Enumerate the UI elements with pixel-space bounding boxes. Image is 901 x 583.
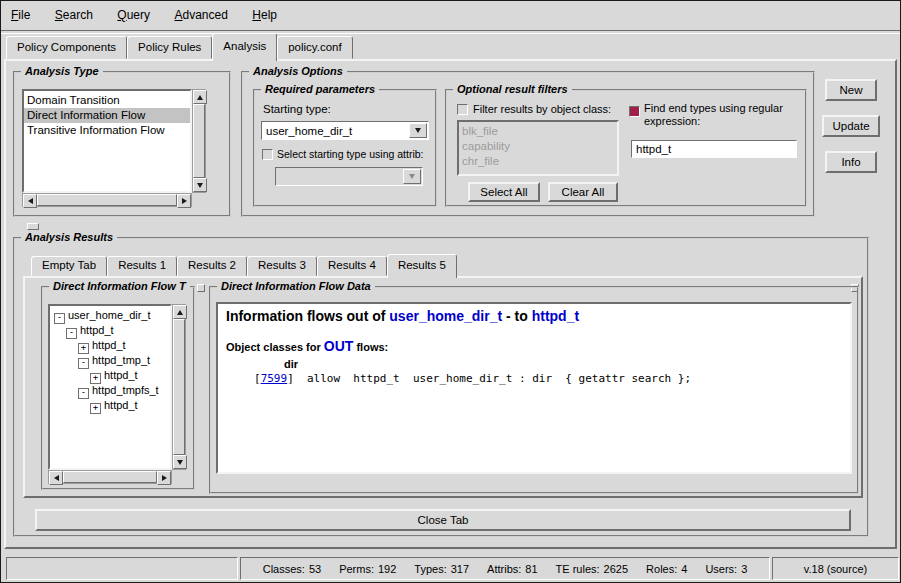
select-all-button[interactable]: Select All [468, 182, 540, 202]
update-button[interactable]: Update [822, 115, 880, 137]
status-cell-stats: Classes:53 Perms:192 Types:317 Attribs:8… [240, 557, 770, 580]
tree-node-label[interactable]: httpd_t [104, 399, 138, 411]
flow-direction: OUT [324, 338, 354, 354]
tree-node-label[interactable]: httpd_tmpfs_t [92, 384, 159, 396]
starting-type-input[interactable] [264, 124, 412, 137]
object-classes-line: Object classes for OUT flows: [226, 338, 842, 354]
scroll-left-button[interactable] [23, 194, 37, 208]
menu-item-query[interactable]: Query [107, 1, 160, 30]
listbox-item-transitive-information-flow[interactable]: Transitive Information Flow [24, 123, 190, 138]
tree-vertical-scrollbar[interactable] [172, 304, 186, 470]
analysis-type-horizontal-scrollbar[interactable] [22, 193, 192, 207]
starting-type-label: Starting type: [263, 103, 331, 115]
filter-object-class-checkbox[interactable] [457, 104, 468, 115]
analysis-type-listbox[interactable]: Domain Transition Direct Information Flo… [22, 89, 192, 193]
attrib-input [278, 170, 406, 183]
scroll-up-button[interactable] [193, 90, 207, 104]
rule-number-link[interactable]: 7599 [261, 372, 288, 385]
tree-node[interactable]: +httpd_t [52, 338, 168, 353]
menu-item-search[interactable]: Search [45, 1, 103, 30]
tree-expander-icon[interactable]: - [66, 328, 77, 339]
tree-expander-icon[interactable]: - [78, 358, 89, 369]
regex-checkbox-label-line2: expression: [644, 115, 700, 127]
flow-tree[interactable]: -user_home_dir_t -httpd_t +httpd_t -http… [48, 304, 172, 470]
required-parameters-title: Required parameters [261, 83, 379, 95]
tab-policy-components[interactable]: Policy Components [6, 36, 127, 59]
scroll-up-button[interactable] [173, 305, 187, 319]
listbox-item-domain-transition[interactable]: Domain Transition [24, 93, 190, 108]
sash-handle[interactable] [27, 223, 39, 230]
regex-input[interactable] [634, 142, 794, 156]
stat-classes: Classes:53 [263, 563, 321, 575]
left-arrow-icon [28, 198, 33, 204]
info-button[interactable]: Info [825, 151, 877, 173]
analysis-results-title: Analysis Results [21, 231, 117, 243]
right-arrow-icon [162, 475, 167, 481]
starting-type-combobox[interactable] [261, 121, 429, 140]
chevron-down-icon [409, 174, 415, 179]
scroll-down-button[interactable] [173, 455, 187, 469]
tab-policy-conf[interactable]: policy.conf [277, 36, 352, 59]
tree-node-label[interactable]: user_home_dir_t [68, 309, 151, 321]
tree-node[interactable]: -httpd_tmpfs_t [52, 383, 168, 398]
analysis-type-group: Analysis Type Domain Transition Direct I… [13, 71, 231, 217]
attrib-checkbox[interactable] [262, 149, 273, 160]
analysis-type-title: Analysis Type [21, 65, 103, 77]
flow-summary-line: Information flows out of user_home_dir_t… [226, 308, 842, 324]
combobox-arrow-button [403, 169, 421, 184]
tab-results-2[interactable]: Results 2 [177, 256, 247, 276]
scroll-down-button[interactable] [193, 178, 207, 192]
menu-item-help[interactable]: Help [242, 1, 287, 30]
combobox-arrow-button[interactable] [409, 123, 427, 138]
tab-analysis[interactable]: Analysis [212, 33, 277, 61]
tree-node-label[interactable]: httpd_t [104, 369, 138, 381]
tree-node[interactable]: +httpd_t [52, 398, 168, 413]
flow-data-textarea[interactable]: Information flows out of user_home_dir_t… [216, 302, 852, 474]
regex-entry[interactable] [631, 140, 797, 158]
tree-expander-icon[interactable]: - [54, 313, 65, 324]
down-arrow-icon [197, 183, 203, 188]
analysis-type-vertical-scrollbar[interactable] [192, 89, 206, 193]
scrollbar-thumb[interactable] [37, 194, 177, 206]
tab-results-1[interactable]: Results 1 [107, 256, 177, 276]
stat-attribs: Attribs:81 [487, 563, 537, 575]
tree-node[interactable]: -httpd_tmp_t [52, 353, 168, 368]
scroll-left-button[interactable] [49, 471, 63, 485]
down-arrow-icon [177, 460, 183, 465]
analysis-options-title: Analysis Options [249, 65, 347, 77]
tree-node-label[interactable]: httpd_t [80, 324, 114, 336]
tab-results-4[interactable]: Results 4 [317, 256, 387, 276]
tab-policy-rules[interactable]: Policy Rules [127, 36, 212, 59]
clear-all-button[interactable]: Clear All [548, 182, 618, 202]
tree-node-label[interactable]: httpd_t [92, 339, 126, 351]
scrollbar-thumb[interactable] [173, 319, 185, 455]
tree-horizontal-scrollbar[interactable] [48, 470, 172, 484]
up-arrow-icon [197, 95, 203, 100]
scroll-right-button[interactable] [157, 471, 171, 485]
tab-empty-tab[interactable]: Empty Tab [31, 256, 107, 276]
tree-node[interactable]: -user_home_dir_t [52, 308, 168, 323]
up-arrow-icon [177, 310, 183, 315]
menu-item-advanced[interactable]: Advanced [164, 1, 237, 30]
sash-handle[interactable] [197, 284, 205, 292]
menu-item-file[interactable]: File [1, 1, 40, 30]
scrollbar-thumb[interactable] [193, 104, 205, 178]
scrollbar-thumb[interactable] [63, 471, 157, 483]
tree-node[interactable]: -httpd_t [52, 323, 168, 338]
tab-results-5[interactable]: Results 5 [387, 254, 457, 278]
object-class-item: chr_file [459, 154, 617, 169]
optional-result-filters-group: Optional result filters Filter results b… [445, 89, 807, 207]
tree-node[interactable]: +httpd_t [52, 368, 168, 383]
tree-expander-icon[interactable]: - [78, 388, 89, 399]
tab-results-3[interactable]: Results 3 [247, 256, 317, 276]
listbox-item-direct-information-flow[interactable]: Direct Information Flow [24, 108, 190, 123]
tree-expander-icon[interactable]: + [90, 403, 101, 414]
stat-roles: Roles:4 [646, 563, 687, 575]
tree-node-label[interactable]: httpd_tmp_t [92, 354, 150, 366]
attrib-combobox-disabled [275, 167, 423, 186]
results-tab-bar: Empty Tab Results 1 Results 2 Results 3 … [31, 255, 457, 276]
scroll-right-button[interactable] [177, 194, 191, 208]
close-tab-button[interactable]: Close Tab [35, 509, 851, 531]
new-button[interactable]: New [825, 79, 877, 101]
regex-checkbox[interactable] [629, 106, 640, 117]
